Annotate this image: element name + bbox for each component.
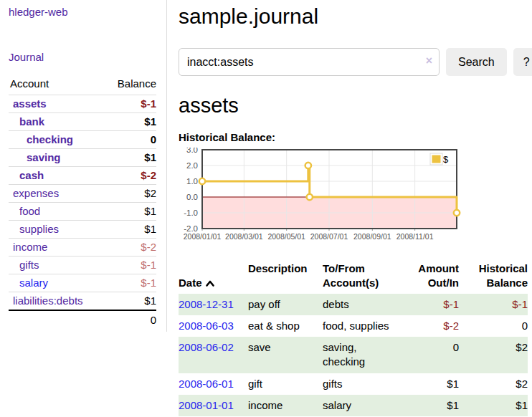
register-header-amount: Amount Out/In (400, 259, 459, 294)
register-row: 2008-12-31 pay off debts $-1 $-1 (179, 294, 528, 315)
accounts-header-account: Account (9, 73, 105, 95)
transaction-balance: $2 (459, 337, 528, 373)
y-axis-label: 2.0 (186, 161, 198, 170)
account-balance: $1 (105, 203, 156, 221)
register-header-date[interactable]: Date (179, 259, 248, 294)
account-row: food $1 (9, 203, 156, 221)
account-link-assets[interactable]: assets (13, 97, 47, 110)
accounts-total-value: 0 (105, 310, 156, 330)
data-point-marker (305, 163, 311, 168)
transaction-accounts: saving, checking (323, 337, 400, 373)
data-point-marker (454, 210, 460, 216)
account-row: bank $1 (9, 113, 156, 131)
account-link-cash[interactable]: cash (19, 169, 44, 181)
account-link-food[interactable]: food (19, 205, 40, 217)
account-row: saving $1 (9, 149, 156, 167)
account-row: salary $-1 (9, 274, 156, 292)
accounts-header-balance: Balance (105, 73, 156, 95)
transaction-description: eat & shop (248, 315, 323, 337)
account-link-checking[interactable]: checking (27, 133, 73, 145)
x-axis-label: 2008/05/01 (267, 232, 305, 241)
transaction-date-link[interactable]: 2008-06-02 (179, 341, 234, 353)
account-row: assets $-1 (9, 95, 156, 113)
account-balance: $-1 (105, 257, 156, 274)
clear-search-icon[interactable]: × (426, 55, 432, 67)
register-row: 2008-06-03 eat & shop food, supplies $-2… (179, 315, 528, 337)
register-header-description: Description (248, 259, 323, 294)
sort-ascending-icon (205, 277, 215, 291)
account-balance: $-2 (105, 167, 156, 185)
app-window: hledger-web Journal Account Balance asse… (0, 0, 532, 416)
brand-link[interactable]: hledger-web (9, 6, 68, 18)
search-button[interactable]: Search (446, 48, 507, 76)
transaction-amount: $1 (400, 395, 459, 416)
register-row: 2008-01-01 income salary $1 $1 (179, 395, 528, 416)
account-link-saving[interactable]: saving (27, 151, 61, 163)
account-balance: $1 (105, 292, 156, 311)
account-link-income[interactable]: income (13, 241, 47, 253)
search-form: × Search ? (179, 48, 532, 76)
account-row: supplies $1 (9, 221, 156, 239)
account-balance: $2 (105, 185, 156, 203)
sidebar-item-journal[interactable]: Journal (9, 51, 156, 63)
accounts-total-row: 0 (9, 310, 156, 330)
legend-swatch (432, 155, 441, 163)
account-title: assets (179, 94, 532, 118)
x-axis-label: 2008/11/01 (396, 232, 434, 241)
account-row: checking 0 (9, 131, 156, 149)
help-button[interactable]: ? (513, 48, 532, 76)
account-row: gifts $-1 (9, 257, 156, 274)
account-balance: $-2 (105, 239, 156, 257)
account-link-expenses[interactable]: expenses (13, 187, 59, 199)
y-axis-label: 0.0 (186, 193, 198, 201)
y-axis-label: 3.0 (186, 148, 198, 154)
x-axis-label: 2008/07/01 (310, 232, 348, 241)
account-balance: $1 (105, 113, 156, 131)
account-row: income $-2 (9, 239, 156, 257)
main-content: sample.journal × Search ? assets Histori… (167, 0, 532, 416)
account-link-bank[interactable]: bank (19, 115, 44, 128)
account-balance: $-1 (105, 95, 156, 113)
account-link-supplies[interactable]: supplies (19, 223, 59, 235)
transaction-balance: $1 (459, 395, 528, 416)
data-point-marker (307, 194, 313, 200)
transaction-balance: $-1 (459, 294, 528, 315)
x-axis-label: 2008/03/01 (225, 232, 263, 241)
transaction-amount: $-1 (400, 294, 459, 315)
sidebar: hledger-web Journal Account Balance asse… (0, 0, 167, 332)
account-balance: 0 (105, 131, 156, 149)
chart-heading: Historical Balance: (179, 131, 532, 143)
transaction-date-link[interactable]: 2008-12-31 (179, 298, 234, 310)
account-link-liabilities-debts[interactable]: liabilities:debts (13, 294, 83, 307)
transaction-description: pay off (248, 294, 323, 315)
x-axis-label: 2008/01/01 (184, 232, 222, 241)
transaction-amount: $1 (400, 373, 459, 395)
transaction-amount: 0 (400, 337, 459, 373)
transaction-date-link[interactable]: 2008-06-03 (179, 320, 234, 332)
legend-label: $ (443, 154, 449, 165)
register-table: Date Description To/From Account(s) Amou… (179, 259, 528, 416)
register-header-balance: Historical Balance (459, 259, 528, 294)
register-header-row: Date Description To/From Account(s) Amou… (179, 259, 528, 294)
page-title: sample.journal (179, 4, 532, 29)
transaction-accounts: salary (323, 395, 400, 416)
search-input[interactable] (179, 48, 440, 76)
account-link-salary[interactable]: salary (19, 277, 48, 289)
transaction-date-link[interactable]: 2008-06-01 (179, 378, 234, 390)
account-row: liabilities:debts $1 (9, 292, 156, 311)
data-point-marker (199, 178, 205, 184)
transaction-accounts: debts (323, 294, 400, 315)
transaction-balance: 0 (459, 315, 528, 337)
transaction-amount: $-2 (400, 315, 459, 337)
register-row: 2008-06-02 save saving, checking 0 $2 (179, 337, 528, 373)
accounts-table: Account Balance assets $-1 bank $1 check… (9, 73, 156, 330)
account-balance: $1 (105, 221, 156, 239)
y-axis-label: 1.0 (186, 177, 198, 186)
account-row: cash $-2 (9, 167, 156, 185)
y-axis-label: -1.0 (184, 208, 198, 217)
transaction-accounts: food, supplies (323, 315, 400, 337)
register-row: 2008-06-01 gift gifts $1 $2 (179, 373, 528, 395)
account-link-gifts[interactable]: gifts (19, 259, 39, 271)
x-axis-label: 2008/09/01 (353, 232, 391, 241)
transaction-date-link[interactable]: 2008-01-01 (179, 399, 234, 411)
